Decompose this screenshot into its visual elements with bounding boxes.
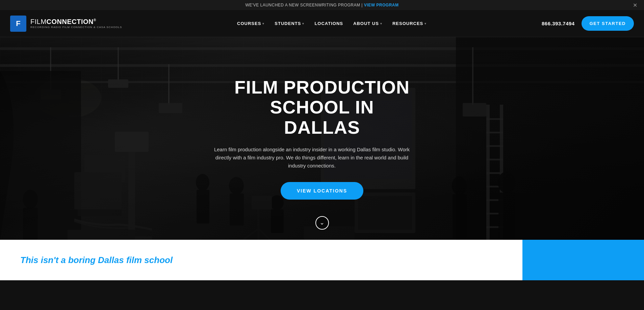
announcement-bar: WE'VE LAUNCHED A NEW SCREENWRITING PROGR…	[0, 0, 644, 10]
chevron-down-icon: ▾	[380, 22, 382, 25]
header-right: 866.393.7494 GET STARTED	[542, 16, 634, 31]
hero-content: FILM PRODUCTION SCHOOL IN DALLAS Learn f…	[204, 77, 440, 200]
hero-description: Learn film production alongside an indus…	[211, 146, 413, 170]
close-icon[interactable]: ✕	[633, 2, 638, 8]
logo[interactable]: F FILMCONNECTION® RECORDING RADIO FILM C…	[10, 16, 122, 32]
bottom-tagline: This isn't a boring Dallas film school	[20, 255, 173, 265]
announcement-link[interactable]: VIEW PROGRAM	[364, 3, 399, 7]
get-started-button[interactable]: GET STARTED	[582, 16, 634, 31]
hero-title: FILM PRODUCTION SCHOOL IN DALLAS	[211, 77, 434, 137]
chevron-down-icon: ▾	[302, 22, 304, 25]
header: F FILMCONNECTION® RECORDING RADIO FILM C…	[0, 10, 644, 37]
hero-section: RAD	[0, 37, 644, 240]
bottom-tagline-area: This isn't a boring Dallas film school	[0, 240, 522, 280]
logo-icon: F	[10, 16, 26, 32]
nav-about-us[interactable]: ABOUT US ▾	[353, 21, 382, 26]
main-nav: COURSES ▾ STUDENTS ▾ LOCATIONS ABOUT US …	[237, 21, 427, 26]
scroll-down-button[interactable]	[315, 216, 329, 230]
announcement-text: WE'VE LAUNCHED A NEW SCREENWRITING PROGR…	[246, 3, 363, 7]
logo-subtitle: RECORDING RADIO FILM CONNECTION & CASA S…	[30, 26, 122, 29]
phone-number: 866.393.7494	[542, 21, 575, 26]
bottom-section: This isn't a boring Dallas film school	[0, 240, 644, 280]
view-locations-button[interactable]: VIEW LOCATIONS	[281, 182, 363, 200]
nav-students[interactable]: STUDENTS ▾	[275, 21, 304, 26]
nav-courses[interactable]: COURSES ▾	[237, 21, 264, 26]
nav-locations[interactable]: LOCATIONS	[314, 21, 343, 26]
nav-resources[interactable]: RESOURCES ▾	[392, 21, 427, 26]
logo-name: FILMCONNECTION®	[30, 18, 122, 25]
bottom-image-area	[522, 240, 644, 280]
chevron-down-icon: ▾	[424, 22, 427, 25]
chevron-down-icon: ▾	[262, 22, 264, 25]
